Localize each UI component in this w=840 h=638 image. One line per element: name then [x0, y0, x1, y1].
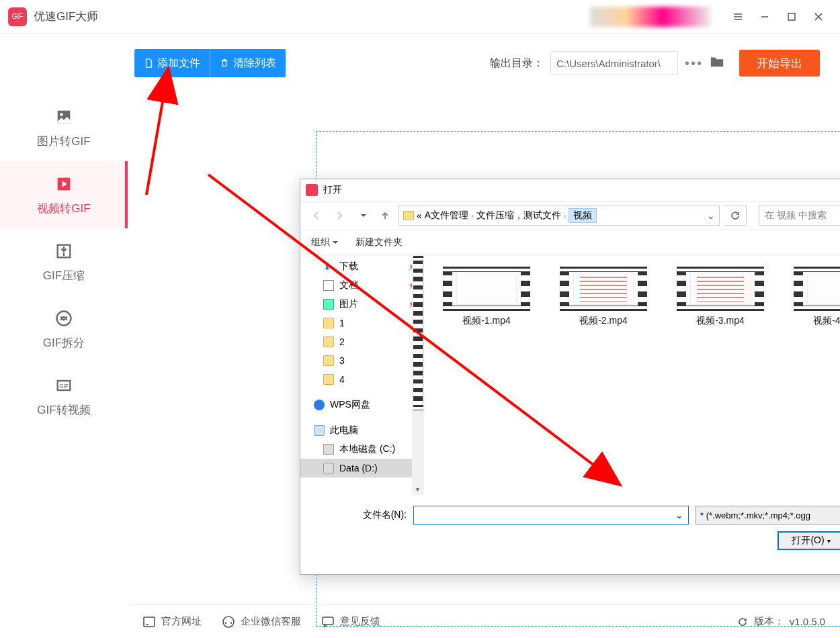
- file-item[interactable]: 视频-2.mp4: [553, 267, 654, 327]
- clear-list-button[interactable]: 清除列表: [210, 49, 286, 77]
- nav-up-button[interactable]: [376, 206, 394, 225]
- svg-point-1: [60, 113, 63, 116]
- add-file-label: 添加文件: [157, 56, 200, 71]
- globe-icon: [142, 616, 156, 628]
- search-placeholder: 在 视频 中搜索: [765, 210, 840, 222]
- svg-rect-11: [323, 617, 333, 625]
- wechat-support-link[interactable]: 企业微信客服: [222, 615, 301, 629]
- footer: 官方网址 企业微信客服 意见反馈 版本： v1.0.5.0: [128, 604, 840, 638]
- dialog-titlebar: 打开 ✕: [300, 179, 840, 201]
- folder-icon: [710, 55, 724, 69]
- disk-icon: [323, 463, 334, 473]
- menu-button[interactable]: [724, 3, 751, 30]
- scroll-down-icon[interactable]: ▾: [412, 484, 423, 495]
- video-thumbnail: [443, 267, 530, 311]
- sidebar-item-gif-to-video[interactable]: GIF GIF转视频: [0, 363, 128, 430]
- official-site-link[interactable]: 官方网址: [142, 615, 202, 628]
- minimize-button[interactable]: [751, 3, 778, 30]
- tree-item: 此电脑: [300, 421, 423, 440]
- file-item[interactable]: 视频-1.mp4: [436, 267, 537, 327]
- file-list[interactable]: 视频-1.mp4 视频-2.mp4 视频-3.mp4 视频-4.mp4: [424, 255, 840, 495]
- dialog-logo: [306, 184, 318, 196]
- tree-item: 4: [300, 370, 423, 389]
- filename-label: 文件名(N):: [312, 509, 407, 521]
- search-input[interactable]: 在 视频 中搜索: [759, 206, 840, 226]
- refresh-icon: [737, 616, 749, 628]
- svg-rect-9: [144, 617, 155, 627]
- title-bar: GIF 优速GIF大师: [0, 0, 840, 34]
- feedback-link[interactable]: 意见反馈: [321, 615, 380, 628]
- add-file-button[interactable]: 添加文件: [134, 49, 210, 77]
- tree-item: 1: [300, 314, 423, 332]
- filetype-select[interactable]: * (*.webm;*.mkv;*.mp4;*.ogg ⌄: [696, 506, 840, 525]
- breadcrumb-prefix: «: [417, 210, 422, 221]
- browse-button[interactable]: •••: [685, 56, 703, 71]
- tree-item: 2: [300, 332, 423, 351]
- video-icon: [54, 174, 74, 194]
- headset-icon: [222, 615, 235, 629]
- pc-icon: [314, 425, 325, 436]
- wps-icon: [314, 400, 325, 410]
- nav-recent-button[interactable]: [353, 206, 372, 225]
- new-folder-button[interactable]: 新建文件夹: [355, 236, 403, 248]
- video-thumbnail: [677, 267, 764, 311]
- tree-item: ⬇下载📌: [300, 257, 423, 276]
- sidebar-item-gif-compress[interactable]: GIF压缩: [0, 228, 128, 295]
- tree-scrollbar[interactable]: ▴ ▾: [412, 255, 423, 495]
- sidebar-item-label: 视频转GIF: [37, 201, 90, 216]
- gif-icon: GIF: [54, 375, 74, 396]
- refresh-button[interactable]: [724, 206, 747, 226]
- breadcrumb-seg-current[interactable]: 视频: [569, 208, 597, 223]
- organize-menu[interactable]: 组织: [311, 236, 338, 248]
- sidebar-item-image-to-gif[interactable]: 图片转GIF: [0, 94, 128, 161]
- chevron-right-icon: ›: [564, 212, 566, 220]
- app-name: 优速GIF大师: [34, 9, 98, 24]
- tree-item: WPS网盘: [300, 396, 423, 414]
- dialog-nav: « A文件管理 › 文件压缩，测试文件 › 视频 ⌄ 在 视频 中搜索: [300, 201, 840, 230]
- close-button[interactable]: [805, 3, 832, 30]
- svg-rect-0: [788, 13, 795, 20]
- file-name: 视频-4.mp4: [787, 315, 840, 327]
- user-avatar-blur: [590, 7, 711, 27]
- sidebar-item-label: GIF压缩: [43, 268, 85, 283]
- main-area: 添加文件 清除列表 输出目录： C:\Users\Administrator\ …: [128, 34, 840, 604]
- svg-point-10: [223, 617, 234, 627]
- output-path-field[interactable]: C:\Users\Administrator\: [550, 51, 678, 75]
- sidebar-item-video-to-gif[interactable]: 视频转GIF: [0, 161, 128, 228]
- tree-item: 3: [300, 351, 423, 370]
- picture-icon: [323, 299, 334, 310]
- scroll-thumb[interactable]: [413, 256, 424, 410]
- filename-input[interactable]: [413, 506, 689, 525]
- export-button[interactable]: 开始导出: [739, 50, 820, 77]
- folder-icon: [323, 355, 334, 366]
- toolbar: 添加文件 清除列表 输出目录： C:\Users\Administrator\ …: [134, 47, 840, 79]
- tree-item-selected: Data (D:): [300, 459, 423, 477]
- breadcrumb-dropdown[interactable]: ⌄: [707, 210, 715, 221]
- sidebar-item-label: GIF拆分: [43, 335, 85, 351]
- breadcrumb-seg[interactable]: 文件压缩，测试文件: [476, 210, 561, 222]
- breadcrumb-seg[interactable]: A文件管理: [425, 210, 468, 222]
- sidebar-item-gif-split[interactable]: GIF拆分: [0, 295, 128, 363]
- tree-item: 图片📌: [300, 295, 423, 314]
- file-item[interactable]: 视频-3.mp4: [670, 267, 771, 327]
- version-info[interactable]: 版本： v1.0.5.0: [737, 615, 825, 628]
- sidebar-item-label: GIF转视频: [37, 402, 90, 418]
- nav-back-button[interactable]: [307, 206, 326, 225]
- folder-icon: [403, 211, 414, 220]
- dialog-footer: 文件名(N): ⌄ * (*.webm;*.mkv;*.mp4;*.ogg ⌄ …: [300, 495, 840, 567]
- file-name: 视频-3.mp4: [670, 315, 771, 327]
- maximize-button[interactable]: [778, 3, 805, 30]
- file-icon: [144, 58, 153, 68]
- chat-icon: [321, 616, 335, 628]
- file-item[interactable]: 视频-4.mp4: [787, 267, 840, 327]
- video-thumbnail: [794, 267, 840, 311]
- clear-list-label: 清除列表: [233, 56, 276, 71]
- folder-tree[interactable]: ⬇下载📌 文档📌 图片📌 1 2 3 4 WPS网盘 此电脑 本地磁盘 (C:)…: [300, 255, 424, 495]
- open-button[interactable]: 打开(O) ▾: [778, 531, 840, 550]
- filename-dropdown[interactable]: ⌄: [675, 508, 683, 521]
- nav-forward-button[interactable]: [330, 206, 349, 225]
- open-folder-button[interactable]: [710, 55, 724, 71]
- breadcrumb[interactable]: « A文件管理 › 文件压缩，测试文件 › 视频 ⌄: [398, 206, 720, 226]
- disk-icon: [323, 444, 334, 455]
- sidebar-item-label: 图片转GIF: [37, 134, 90, 149]
